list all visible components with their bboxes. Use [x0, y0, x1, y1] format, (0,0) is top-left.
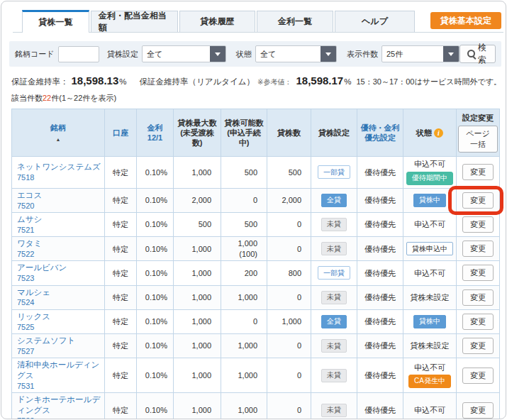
stock-name-link[interactable]: ネットワンシステムズ [17, 162, 101, 172]
stock-name-link[interactable]: ムサシ [17, 214, 101, 225]
account-cell: 特定 [105, 358, 137, 393]
lent-shares-cell: 1,000 [267, 309, 311, 333]
tab-lending-list[interactable]: 貸株一覧 [22, 10, 89, 33]
status-text: 申込不可 [406, 219, 453, 229]
result-suffix: 件(1～22件を表示) [51, 94, 116, 102]
tab-interest-dividend[interactable]: 金利・配当金相当額 [91, 11, 178, 32]
stock-code-link[interactable]: 7520 [17, 201, 101, 211]
col-header-change: 設定変更 ページ一括 [457, 109, 500, 157]
stock-code-input[interactable] [58, 46, 99, 62]
maintenance-rate-label: 保証金維持率： [11, 77, 69, 87]
realtime-rate-unit: % [344, 77, 351, 86]
status-badge: 貸株申込中 [406, 242, 453, 255]
rate-cell: 0.10% [137, 237, 174, 261]
table-row: マルシェ 7524 特定 0.10% 1,000 1,000 0 未貸 優待優先… [12, 285, 500, 309]
lending-setting-cell: 未貸 [311, 212, 357, 236]
change-button[interactable]: 変更 [462, 192, 494, 209]
stock-name-cell: ワタミ 7522 [12, 237, 105, 261]
lending-setting-cell: 一部貸 [311, 157, 357, 188]
col-header-name[interactable]: 銘柄 ▲ [12, 109, 105, 157]
tab-help[interactable]: ヘルプ [335, 11, 415, 32]
change-action-cell: 変更 [457, 309, 500, 333]
change-button[interactable]: 変更 [462, 289, 494, 306]
status-cell: 申込不可 [403, 393, 457, 419]
table-row: ドンキホーテホールディングス 7532 特定 0.10% 1,000 1,000… [12, 393, 500, 419]
stock-name-link[interactable]: リックス [17, 311, 101, 322]
display-count-select[interactable]: 25件 [381, 45, 459, 62]
change-button[interactable]: 変更 [462, 368, 494, 384]
priority-setting-cell: 優待優先 [357, 261, 403, 285]
rate-cell: 0.10% [137, 358, 174, 393]
change-button[interactable]: 変更 [462, 164, 494, 180]
change-button[interactable]: 変更 [462, 216, 494, 233]
stock-code-link[interactable]: 7522 [17, 249, 101, 259]
stock-name-link[interactable]: マルシェ [17, 287, 101, 298]
status-text: 貸株未設定 [406, 341, 453, 350]
search-icon [467, 50, 473, 58]
stock-code-link[interactable]: 7521 [17, 225, 101, 235]
lending-setting-cell: 一部貸 [311, 261, 357, 285]
account-cell: 特定 [105, 334, 137, 358]
stock-name-link[interactable]: アールビバン [17, 262, 101, 273]
lent-shares-cell: 0 [267, 237, 311, 261]
change-button[interactable]: 変更 [462, 338, 494, 354]
tab-lending-history[interactable]: 貸株履歴 [179, 11, 255, 32]
lending-setting-select[interactable]: 全て [142, 45, 226, 62]
max-shares-cell: 2,000 [174, 188, 221, 212]
stock-name-link[interactable]: 清和中央ホールディングス [17, 360, 101, 381]
change-button[interactable]: 変更 [462, 314, 494, 330]
max-shares-cell: 1,000 [174, 261, 221, 285]
col-header-priority[interactable]: 優待・金利優先設定 [357, 109, 403, 157]
status-select[interactable]: 全て [255, 45, 337, 62]
search-button-label: 検索 [477, 42, 488, 66]
stock-name-link[interactable]: エコス [17, 190, 101, 201]
stock-name-cell: ドンキホーテホールディングス 7532 [12, 393, 105, 419]
stock-code-link[interactable]: 7525 [17, 322, 101, 332]
stock-name-link[interactable]: ワタミ [17, 238, 101, 249]
stock-code-link[interactable]: 7532 [17, 416, 101, 419]
lending-setting-cell: 未貸 [311, 334, 357, 358]
available-shares-cell: 1,000 [221, 334, 267, 358]
page-batch-button[interactable]: ページ一括 [458, 126, 498, 153]
stock-name-link[interactable]: ドンキホーテホールディングス [17, 394, 101, 416]
rate-cell: 0.10% [137, 212, 174, 236]
available-shares-cell: 0 [221, 188, 267, 212]
change-button[interactable]: 変更 [462, 402, 494, 419]
tab-interest-list[interactable]: 金利一覧 [257, 11, 333, 32]
status-cell: 申込不可 [403, 212, 457, 236]
change-button[interactable]: 変更 [462, 265, 494, 281]
result-count-row: 該当件数22件(1～22件を表示) [11, 93, 506, 104]
stock-code-link[interactable]: 7523 [17, 273, 101, 283]
stock-code-link[interactable]: 7518 [17, 172, 101, 182]
available-shares-cell: 1,000 (100) [221, 237, 267, 261]
status-cell: 申込不可CA発生中 [403, 358, 457, 393]
lending-basic-settings-button[interactable]: 貸株基本設定 [430, 12, 501, 29]
priority-setting-cell: 優待優先 [357, 358, 403, 393]
stock-code-link[interactable]: 7527 [17, 346, 101, 356]
lent-shares-cell: 800 [267, 261, 311, 285]
stock-code-link[interactable]: 7531 [17, 381, 101, 391]
max-shares-cell: 1,000 [174, 334, 221, 358]
col-header-max: 貸株最大数(未受渡株数) [174, 109, 221, 157]
stock-name-cell: リックス 7525 [12, 309, 105, 333]
stock-name-cell: ムサシ 7521 [12, 212, 105, 236]
stock-code-filter: 銘柄コード [15, 46, 99, 62]
service-hours-note: 15：30～17：00はサービス時間外です。 [357, 77, 502, 87]
account-cell: 特定 [105, 157, 137, 188]
maintenance-rate-unit: % [119, 77, 126, 86]
col-header-setting: 貸株設定 [311, 109, 357, 157]
col-header-rate[interactable]: 金利12/1 [137, 109, 174, 157]
rate-cell: 0.10% [137, 393, 174, 419]
search-button[interactable]: 検索 [459, 45, 496, 63]
lending-setting-badge: 未貸 [321, 218, 347, 231]
col-header-available: 貸株可能数(申込手続中) [221, 109, 267, 157]
col-header-account[interactable]: 口座 [105, 109, 137, 157]
stock-code-link[interactable]: 7524 [17, 297, 101, 307]
rate-cell: 0.10% [137, 188, 174, 212]
lending-setting-cell: 未貸 [311, 393, 357, 419]
change-button[interactable]: 変更 [462, 241, 494, 257]
stock-name-cell: アールビバン 7523 [12, 261, 105, 285]
stock-name-cell: マルシェ 7524 [12, 285, 105, 309]
stock-name-link[interactable]: システムソフト [17, 336, 101, 346]
info-icon[interactable]: i [434, 128, 443, 138]
